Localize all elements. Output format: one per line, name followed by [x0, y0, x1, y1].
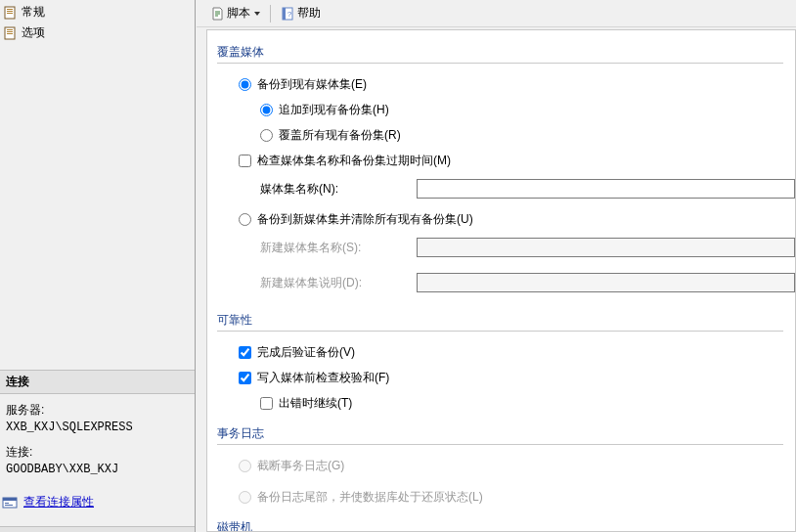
radio-backup-new[interactable] — [239, 213, 251, 226]
svg-text:?: ? — [287, 10, 292, 19]
page-item-label: 常规 — [22, 4, 45, 21]
truncate-log-radio[interactable] — [239, 460, 251, 472]
continue-on-error-label: 出错时继续(T) — [279, 395, 352, 412]
page-icon — [4, 6, 18, 20]
section-reliability: 可靠性 — [217, 312, 783, 332]
media-name-input[interactable] — [417, 179, 795, 199]
radio-overwrite-all-label: 覆盖所有现有备份集(R) — [279, 127, 401, 144]
verify-label: 完成后验证备份(V) — [257, 344, 355, 361]
verify-checkbox[interactable] — [239, 346, 251, 359]
server-value: XXB_KXJ\SQLEXPRESS — [6, 421, 189, 434]
backup-tail-row: 备份日志尾部，并使数据库处于还原状态(L) — [239, 486, 795, 508]
svg-rect-6 — [7, 31, 13, 32]
radio-backup-existing-label: 备份到现有媒体集(E) — [257, 76, 367, 93]
connection-header: 连接 — [0, 370, 195, 394]
page-item-label: 选项 — [22, 24, 45, 41]
section-tape: 磁带机 — [217, 519, 783, 532]
properties-icon — [2, 495, 18, 510]
progress-header — [0, 526, 195, 532]
page-item-general[interactable]: 常规 — [2, 2, 191, 22]
script-icon — [210, 7, 224, 21]
new-media-name-input[interactable] — [417, 238, 795, 257]
connection-value: GOODBABY\XXB_KXJ — [6, 463, 189, 476]
toolbar-separator — [270, 5, 271, 22]
new-media-desc-input[interactable] — [417, 273, 795, 292]
page-selector: 常规 选项 — [0, 0, 195, 51]
script-button-label: 脚本 — [227, 5, 250, 22]
svg-rect-11 — [5, 505, 13, 506]
radio-append[interactable] — [260, 104, 273, 116]
checksum-label: 写入媒体前检查校验和(F) — [257, 370, 389, 386]
radio-backup-existing-row: 备份到现有媒体集(E) — [239, 73, 795, 95]
help-icon: ? — [281, 7, 294, 21]
svg-rect-7 — [7, 33, 13, 34]
toolbar: 脚本 ? 帮助 — [197, 0, 796, 27]
radio-append-row: 追加到现有备份集(H) — [260, 99, 795, 120]
radio-backup-new-label: 备份到新媒体集并清除所有现有备份集(U) — [257, 211, 473, 228]
left-panel: 常规 选项 连接 服务器: XXB_KXJ\SQLEXPRESS 连接: GOO… — [0, 0, 196, 532]
radio-overwrite-all[interactable] — [260, 129, 273, 142]
options-content: 覆盖媒体 备份到现有媒体集(E) 追加到现有备份集(H) 覆盖所有现有备份集(R… — [206, 29, 796, 532]
continue-on-error-checkbox[interactable] — [260, 397, 273, 410]
help-button-label: 帮助 — [297, 5, 321, 22]
svg-rect-10 — [5, 503, 9, 504]
right-panel: 脚本 ? 帮助 覆盖媒体 备份到现有媒体集(E) 追加到现有备份集(H) — [197, 0, 796, 532]
svg-rect-13 — [283, 8, 286, 20]
radio-backup-new-row: 备份到新媒体集并清除所有现有备份集(U) — [239, 208, 795, 230]
connection-info: 服务器: XXB_KXJ\SQLEXPRESS 连接: GOODBABY\XXB… — [0, 394, 195, 490]
continue-on-error-row: 出错时继续(T) — [260, 392, 795, 414]
radio-append-label: 追加到现有备份集(H) — [279, 102, 389, 118]
truncate-log-label: 截断事务日志(G) — [257, 458, 344, 474]
section-overwrite-media: 覆盖媒体 — [217, 44, 783, 64]
svg-rect-5 — [7, 29, 13, 30]
server-label: 服务器: — [6, 402, 189, 419]
checksum-checkbox[interactable] — [239, 372, 251, 384]
new-media-desc-row: 新建媒体集说明(D): — [260, 269, 795, 296]
page-icon — [4, 26, 18, 40]
script-button[interactable]: 脚本 — [206, 3, 264, 23]
section-transaction-log: 事务日志 — [217, 425, 783, 445]
connection-label: 连接: — [6, 444, 189, 461]
svg-rect-9 — [3, 498, 17, 501]
check-media-label: 检查媒体集名称和备份集过期时间(M) — [257, 153, 451, 169]
new-media-name-row: 新建媒体集名称(S): — [260, 234, 795, 261]
svg-rect-3 — [7, 13, 13, 14]
truncate-log-row: 截断事务日志(G) — [239, 455, 795, 476]
verify-row: 完成后验证备份(V) — [239, 341, 795, 363]
view-connection-properties-link[interactable]: 查看连接属性 — [23, 494, 94, 510]
media-name-row: 媒体集名称(N): — [260, 175, 795, 202]
backup-tail-radio[interactable] — [239, 491, 251, 504]
radio-overwrite-all-row: 覆盖所有现有备份集(R) — [260, 124, 795, 146]
new-media-name-label: 新建媒体集名称(S): — [260, 240, 417, 256]
svg-rect-1 — [7, 9, 13, 10]
checksum-row: 写入媒体前检查校验和(F) — [239, 367, 795, 388]
page-item-options[interactable]: 选项 — [2, 22, 191, 43]
radio-backup-existing[interactable] — [239, 78, 251, 91]
new-media-desc-label: 新建媒体集说明(D): — [260, 275, 417, 291]
help-button[interactable]: ? 帮助 — [277, 3, 325, 23]
check-media-row: 检查媒体集名称和备份集过期时间(M) — [239, 150, 795, 171]
view-connection-properties[interactable]: 查看连接属性 — [0, 490, 195, 520]
chevron-down-icon — [254, 12, 260, 16]
media-name-label: 媒体集名称(N): — [260, 181, 417, 198]
backup-tail-label: 备份日志尾部，并使数据库处于还原状态(L) — [257, 489, 483, 506]
svg-rect-2 — [7, 11, 13, 12]
check-media-checkbox[interactable] — [239, 155, 251, 167]
